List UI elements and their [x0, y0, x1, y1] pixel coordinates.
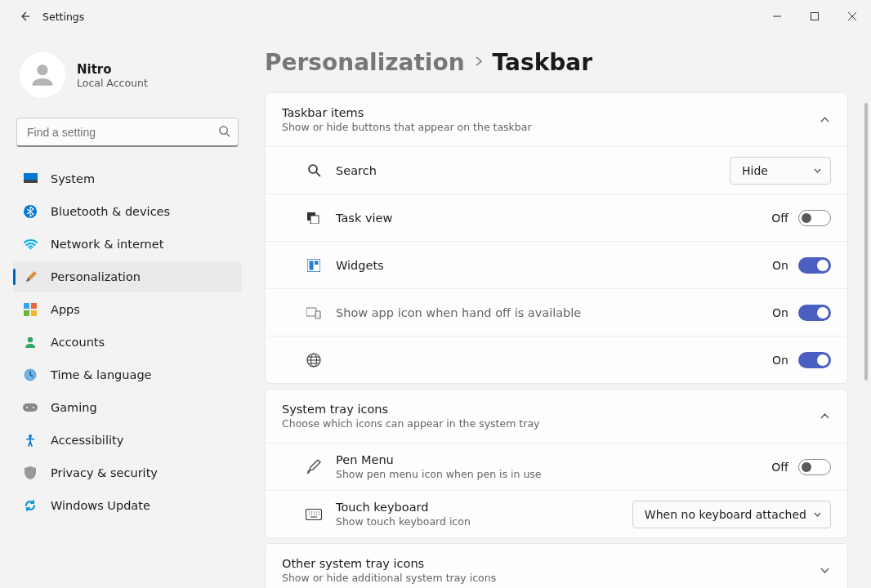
nav-label: Accessibility [51, 434, 123, 447]
nav-label: Bluetooth & devices [51, 205, 170, 218]
section-header-system-tray[interactable]: System tray icons Choose which icons can… [266, 390, 847, 443]
svg-point-2 [220, 127, 227, 134]
widgets-icon [305, 259, 323, 272]
section-header-taskbar-items[interactable]: Taskbar items Show or hide buttons that … [266, 93, 847, 146]
minimize-icon [772, 11, 782, 21]
scrollbar-thumb[interactable] [864, 103, 868, 381]
nav-gaming[interactable]: Gaming [13, 392, 242, 423]
section-desc: Show or hide buttons that appear on the … [282, 121, 818, 133]
toggle-state: On [772, 259, 788, 272]
breadcrumb: Personalization Taskbar [265, 49, 848, 76]
svg-rect-19 [310, 216, 319, 224]
section-taskbar-items: Taskbar items Show or hide buttons that … [265, 92, 848, 384]
toggle-state: On [772, 354, 788, 367]
bluetooth-icon [23, 204, 38, 219]
maximize-icon [810, 11, 820, 21]
profile-type: Local Account [77, 77, 148, 89]
system-icon [23, 172, 38, 186]
widgets-toggle[interactable] [798, 257, 831, 274]
nav-windows-update[interactable]: Windows Update [13, 490, 242, 521]
nav-label: Network & internet [51, 238, 163, 251]
task-view-icon [305, 212, 323, 224]
nav-accessibility[interactable]: Accessibility [13, 425, 242, 456]
wifi-icon [23, 237, 38, 252]
paintbrush-icon [23, 270, 38, 284]
row-title: Touch keyboard [336, 501, 632, 514]
nav-accounts[interactable]: Accounts [13, 327, 242, 358]
arrow-left-icon [18, 10, 31, 23]
row-language: On [266, 336, 847, 383]
maximize-button[interactable] [796, 3, 833, 29]
nav-label: Gaming [51, 401, 97, 414]
nav-privacy[interactable]: Privacy & security [13, 457, 242, 488]
section-title: System tray icons [282, 403, 818, 416]
svg-point-6 [29, 247, 31, 249]
toggle-state: Off [771, 461, 788, 474]
row-title: Show app icon when hand off is available [336, 306, 772, 319]
nav-personalization[interactable]: Personalization [13, 261, 242, 292]
minimize-button[interactable] [758, 3, 796, 29]
row-desc: Show pen menu icon when pen is in use [336, 468, 771, 480]
breadcrumb-current: Taskbar [493, 49, 592, 76]
chevron-down-icon [818, 564, 831, 577]
nav-system[interactable]: System [13, 163, 242, 194]
search-icon [305, 163, 323, 177]
row-pen-menu: Pen Menu Show pen menu icon when pen is … [266, 443, 847, 490]
close-icon [847, 11, 857, 21]
section-system-tray: System tray icons Choose which icons can… [265, 389, 848, 538]
profile-name: Nitro [77, 62, 148, 77]
nav-label: Personalization [51, 270, 141, 283]
chevron-down-icon [813, 164, 822, 177]
svg-point-14 [26, 407, 28, 408]
pen-menu-toggle[interactable] [798, 459, 831, 475]
chevron-right-icon [473, 56, 485, 69]
svg-rect-23 [306, 308, 316, 316]
pen-icon [305, 460, 323, 474]
profile-block[interactable]: Nitro Local Account [13, 42, 242, 114]
search-input[interactable] [16, 118, 239, 147]
svg-rect-10 [31, 310, 37, 316]
nav-label: Time & language [51, 368, 152, 381]
svg-rect-24 [315, 311, 320, 318]
handoff-toggle[interactable] [798, 305, 831, 321]
gamepad-icon [23, 400, 38, 415]
apps-icon [23, 302, 38, 317]
svg-rect-22 [315, 261, 319, 265]
row-desc: Show touch keyboard icon [336, 515, 632, 528]
svg-rect-13 [23, 403, 38, 412]
nav-apps[interactable]: Apps [13, 294, 242, 325]
avatar [20, 52, 65, 98]
search-dropdown[interactable]: Hide [730, 157, 831, 185]
chevron-up-icon [818, 410, 831, 423]
section-desc: Choose which icons can appear in the sys… [282, 417, 818, 430]
nav-label: Privacy & security [51, 466, 158, 479]
chevron-down-icon [813, 508, 822, 521]
breadcrumb-parent[interactable]: Personalization [265, 49, 465, 76]
handoff-icon [305, 306, 323, 319]
svg-rect-4 [24, 180, 38, 183]
section-desc: Show or hide additional system tray icon… [282, 572, 818, 584]
search-box[interactable] [16, 118, 239, 147]
svg-point-17 [309, 165, 317, 173]
toggle-state: Off [771, 212, 788, 225]
row-title: Pen Menu [336, 453, 771, 466]
svg-rect-8 [31, 303, 37, 309]
row-handoff: Show app icon when hand off is available… [266, 288, 847, 336]
close-button[interactable] [833, 3, 871, 29]
task-view-toggle[interactable] [798, 210, 831, 226]
person-icon [27, 60, 58, 91]
row-title: Search [336, 164, 730, 177]
section-title: Taskbar items [282, 106, 818, 119]
nav-bluetooth[interactable]: Bluetooth & devices [13, 196, 242, 227]
touch-keyboard-dropdown[interactable]: When no keyboard attached [632, 501, 831, 528]
nav-network[interactable]: Network & internet [13, 229, 242, 260]
account-icon [23, 335, 38, 350]
back-button[interactable] [10, 2, 39, 31]
svg-rect-20 [307, 259, 320, 272]
language-toggle[interactable] [798, 352, 831, 368]
dropdown-value: When no keyboard attached [645, 508, 806, 521]
section-header-other-tray[interactable]: Other system tray icons Show or hide add… [266, 544, 847, 588]
nav-time-language[interactable]: Time & language [13, 359, 242, 390]
section-title: Other system tray icons [282, 557, 818, 570]
row-task-view: Task view Off [266, 194, 847, 241]
